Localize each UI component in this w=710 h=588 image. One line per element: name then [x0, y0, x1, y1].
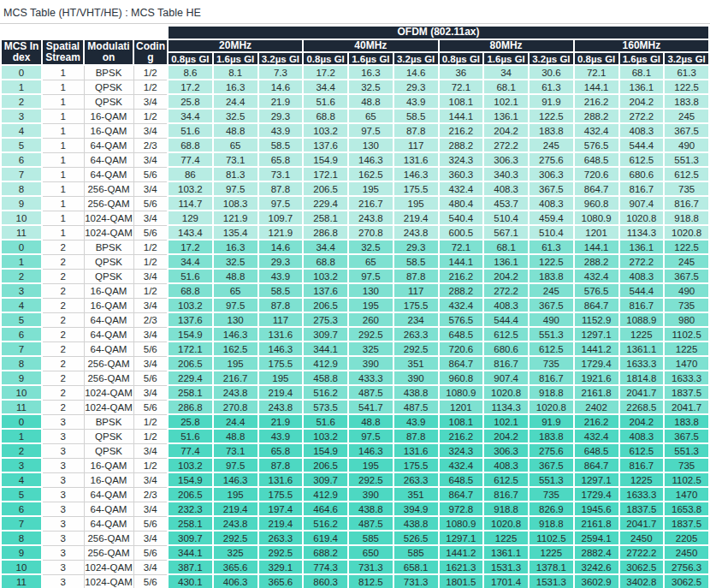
rate-cell-8: 245 [529, 138, 574, 152]
mcs-index-cell: 10 [1, 211, 42, 225]
spatial-stream-cell: 1 [42, 181, 84, 196]
rate-cell-7: 136.1 [483, 109, 529, 123]
spatial-stream-cell: 3 [42, 429, 84, 443]
mcs-index-cell: 1 [1, 80, 42, 94]
rate-cell-4: 97.5 [348, 269, 393, 283]
mcs-index-cell: 9 [1, 371, 42, 385]
coding-cell: 3/4 [133, 327, 168, 342]
rate-cell-3: 516.2 [303, 516, 348, 531]
rate-cell-8: 918.8 [529, 516, 574, 531]
rate-cell-6: 972.8 [439, 502, 484, 516]
rate-cell-8: 459.4 [529, 211, 574, 225]
rate-cell-7: 340.3 [483, 167, 529, 181]
rate-cell-5: 87.8 [393, 269, 439, 283]
rate-cell-11: 490 [664, 138, 709, 152]
rate-cell-11: 183.8 [664, 94, 709, 109]
rate-cell-11: 816.7 [664, 196, 709, 211]
rate-cell-8: 612.5 [529, 342, 574, 356]
rate-cell-11: 3062.5 [664, 574, 709, 588]
rate-cell-9: 2161.8 [574, 385, 619, 400]
rate-cell-10: 408.3 [619, 123, 665, 138]
rate-cell-0: 8.6 [168, 65, 213, 80]
rate-cell-8: 1531.3 [529, 574, 574, 588]
rate-cell-7: 1225 [483, 531, 529, 545]
rate-cell-8: 490 [529, 312, 574, 327]
coding-cell: 1/2 [133, 414, 168, 429]
rate-cell-8: 1102.5 [529, 531, 574, 545]
mcs-index-cell: 3 [1, 458, 42, 472]
ofdm-standard-header: OFDM (802.11ax) [168, 26, 709, 39]
rate-cell-4: 585 [348, 531, 393, 545]
mcs-index-cell: 8 [1, 356, 42, 371]
rate-cell-9: 3602.9 [574, 574, 619, 588]
rate-cell-4: 292.5 [348, 472, 393, 487]
rate-cell-4: 487.5 [348, 385, 393, 400]
rate-cell-0: 344.1 [168, 545, 213, 560]
rate-cell-6: 432.4 [439, 458, 484, 472]
rate-cell-6: 864.7 [439, 487, 484, 502]
rate-cell-1: 162.5 [213, 342, 258, 356]
rate-cell-3: 458.8 [303, 371, 348, 385]
mcs-index-cell: 1 [1, 429, 42, 443]
rate-cell-6: 600.5 [439, 225, 484, 240]
mcs-row-ss1-mcs1: 11QPSK1/217.216.314.634.432.529.372.168.… [1, 80, 709, 94]
rate-cell-2: 14.6 [258, 80, 304, 94]
rate-cell-8: 275.6 [529, 152, 574, 167]
rate-cell-5: 438.8 [393, 516, 439, 531]
rate-cell-1: 32.5 [213, 109, 258, 123]
rate-cell-4: 16.3 [348, 65, 393, 80]
rate-cell-11: 2450 [664, 545, 709, 560]
rate-cell-5: 351 [393, 487, 439, 502]
rate-cell-9: 216.2 [574, 94, 619, 109]
rate-cell-9: 864.7 [574, 298, 619, 312]
rate-cell-9: 432.4 [574, 123, 619, 138]
rate-cell-9: 1729.4 [574, 356, 619, 371]
rate-cell-2: 87.8 [258, 458, 304, 472]
coding-cell: 2/3 [133, 138, 168, 152]
mcs-row-ss3-mcs5: 5364-QAM2/3206.5195175.5412.9390351864.7… [1, 487, 709, 502]
rate-cell-10: 1225 [619, 472, 665, 487]
gi-header-160mhz-0: 0.8µs GI [574, 52, 619, 65]
spatial-stream-cell: 2 [42, 327, 84, 342]
rate-cell-7: 510.4 [483, 211, 529, 225]
rate-cell-10: 1633.3 [619, 356, 665, 371]
rate-cell-3: 154.9 [303, 152, 348, 167]
gi-header-40mhz-0: 0.8µs GI [303, 52, 348, 65]
rate-cell-10: 272.2 [619, 109, 665, 123]
rate-cell-3: 258.1 [303, 211, 348, 225]
rate-cell-10: 544.4 [619, 283, 665, 298]
rate-cell-10: 204.2 [619, 414, 665, 429]
rate-cell-3: 68.8 [303, 254, 348, 269]
coding-cell: 3/4 [133, 94, 168, 109]
spatial-stream-cell: 1 [42, 196, 84, 211]
rate-cell-2: 292.5 [258, 545, 304, 560]
rate-cell-7: 1531.3 [483, 560, 529, 574]
coding-cell: 5/6 [133, 342, 168, 356]
rate-cell-2: 73.1 [258, 167, 304, 181]
rate-cell-11: 2041.7 [664, 400, 709, 414]
mcs-row-ss3-mcs10: 1031024-QAM3/4387.1365.6329.1774.3731.36… [1, 560, 709, 574]
rate-cell-7: 306.3 [483, 443, 529, 458]
rate-cell-11: 551.3 [664, 443, 709, 458]
rate-cell-2: 131.6 [258, 472, 304, 487]
rate-cell-4: 270.8 [348, 225, 393, 240]
rate-cell-7: 612.5 [483, 472, 529, 487]
rate-cell-10: 3402.8 [619, 574, 665, 588]
rate-cell-9: 576.5 [574, 283, 619, 298]
coding-cell: 1/2 [133, 240, 168, 254]
rate-cell-10: 408.3 [619, 429, 665, 443]
modulation-cell: 64-QAM [84, 138, 133, 152]
rate-cell-10: 1020.8 [619, 211, 665, 225]
rate-cell-7: 272.2 [483, 283, 529, 298]
rate-cell-10: 2268.5 [619, 400, 665, 414]
mcs-row-ss2-mcs4: 4216-QAM3/4103.297.587.8206.5195175.5432… [1, 298, 709, 312]
rate-cell-1: 243.8 [213, 385, 258, 400]
mcs-index-cell: 7 [1, 167, 42, 181]
rate-cell-4: 731.3 [348, 560, 393, 574]
modulation-cell: QPSK [84, 254, 133, 269]
rate-cell-1: 406.3 [213, 574, 258, 588]
col-header-spatial-stream: Spatial Stream [42, 39, 84, 65]
modulation-cell: QPSK [84, 80, 133, 94]
rate-cell-2: 329.1 [258, 560, 304, 574]
rate-cell-8: 122.5 [529, 254, 574, 269]
